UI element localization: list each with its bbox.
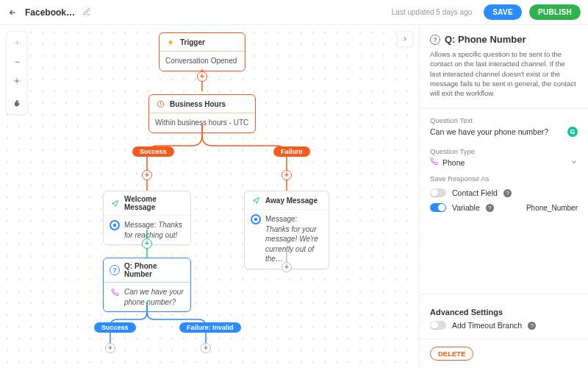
branch-failure-pill[interactable]: Failure [273, 146, 310, 157]
edges [0, 25, 419, 368]
canvas[interactable]: ＋ － [0, 25, 419, 368]
svg-point-0 [16, 80, 18, 82]
field-question-text[interactable]: Question Text Can we have your phone num… [430, 116, 578, 140]
grammarly-icon: G [567, 127, 578, 137]
inspector-title: ? Q: Phone Number [430, 34, 578, 45]
delete-button[interactable]: DELETE [430, 347, 473, 361]
help-icon[interactable]: ? [486, 204, 494, 212]
publish-button[interactable]: PUBLISH [529, 4, 581, 20]
help-icon[interactable]: ? [528, 322, 536, 330]
edit-title-icon[interactable] [82, 7, 93, 18]
add-step-button[interactable]: + [201, 343, 211, 353]
pan-tool-button[interactable] [9, 95, 25, 111]
inspector-panel: ? Q: Phone Number Allows a specific ques… [419, 25, 588, 368]
save-response-label: Save Response As [430, 174, 578, 183]
add-step-button[interactable]: + [282, 262, 292, 272]
add-step-button[interactable]: + [142, 238, 152, 249]
add-step-button[interactable]: + [197, 71, 207, 82]
collapse-inspector-button[interactable] [397, 31, 413, 47]
toggle-timeout-branch[interactable]: Add Timeout Branch ? [430, 321, 578, 330]
inspector-description: Allows a specific question to be sent to… [430, 49, 578, 98]
variable-name-input[interactable]: Phone_Number [526, 204, 578, 212]
chevron-down-icon [570, 158, 578, 167]
workspace: ＋ － [0, 25, 588, 368]
advanced-settings-label: Advanced Settings [430, 308, 578, 316]
zoom-out-button[interactable]: － [9, 54, 25, 70]
field-question-type[interactable]: Question Type Phone [430, 147, 578, 167]
workflow-title[interactable]: Facebook… [25, 7, 75, 18]
fit-view-button[interactable] [9, 73, 25, 89]
add-step-button[interactable]: + [142, 170, 152, 180]
back-icon[interactable] [7, 7, 18, 18]
toggle-contact-field[interactable]: Contact Field ? [430, 188, 578, 197]
contact-field-toggle[interactable] [430, 188, 446, 197]
toggle-variable[interactable]: Variable ? Phone_Number [430, 203, 578, 212]
view-toolbar: ＋ － [6, 31, 28, 115]
save-button[interactable]: SAVE [484, 4, 522, 20]
phone-icon [430, 158, 438, 167]
question-type-select[interactable]: Phone [430, 158, 578, 167]
branch-success-pill[interactable]: Success [94, 322, 136, 333]
title-bar: Facebook… Last updated 5 days ago SAVE P… [0, 0, 588, 25]
timeout-toggle[interactable] [430, 321, 446, 330]
last-updated: Last updated 5 days ago [392, 8, 473, 16]
add-step-button[interactable]: + [282, 170, 292, 180]
help-icon[interactable]: ? [503, 189, 512, 197]
branch-success-pill[interactable]: Success [132, 146, 174, 157]
question-icon: ? [430, 35, 440, 45]
add-step-button[interactable]: + [105, 343, 115, 353]
zoom-in-button[interactable]: ＋ [9, 35, 25, 51]
variable-toggle[interactable] [430, 203, 446, 212]
branch-failure-pill[interactable]: Failure: Invalid [179, 322, 241, 333]
question-text-input[interactable]: Can we have your phone number? [430, 127, 548, 136]
